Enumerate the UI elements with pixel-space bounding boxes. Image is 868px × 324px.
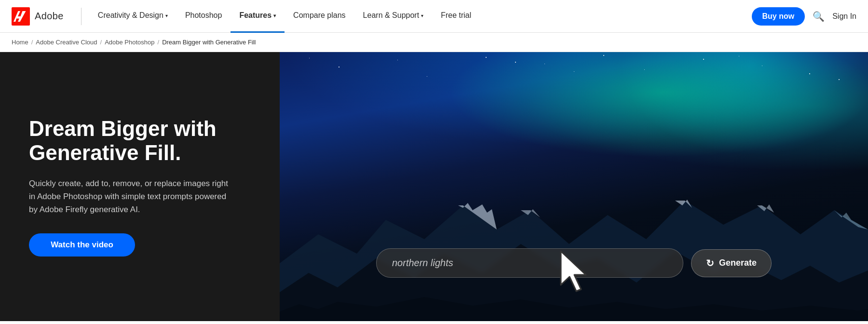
nav-item-free-trial[interactable]: Free trial [432, 0, 480, 33]
star [739, 56, 739, 56]
star [544, 64, 545, 64]
star [839, 79, 840, 80]
hero-right-panel: ↻ Generate [280, 52, 868, 321]
nav-label-learn-support: Learn & Support [363, 11, 420, 20]
buy-now-button[interactable]: Buy now [752, 7, 805, 26]
nav-divider [81, 8, 81, 25]
star [644, 69, 645, 70]
generate-button[interactable]: ↻ Generate [691, 249, 772, 277]
nav-item-creativity-design[interactable]: Creativity & Design ▾ [89, 0, 176, 33]
generate-label: Generate [719, 258, 757, 268]
nav-items-list: Creativity & Design ▾ Photoshop Features… [89, 0, 752, 33]
hero-left-panel: Dream Bigger with Generative Fill. Quick… [0, 52, 280, 321]
stars-layer [280, 52, 868, 148]
star [427, 76, 427, 77]
star [309, 58, 310, 58]
star [339, 67, 339, 68]
generate-sparkle-icon: ↻ [706, 257, 714, 269]
nav-right: Buy now 🔍 Sign In [752, 7, 856, 26]
star [486, 57, 487, 58]
nav-label-compare-plans: Compare plans [293, 11, 346, 20]
sign-in-link[interactable]: Sign In [832, 12, 856, 21]
adobe-wordmark: Adobe [35, 11, 64, 22]
nav-label-free-trial: Free trial [441, 11, 471, 20]
adobe-logo-icon [12, 7, 30, 26]
star [762, 66, 762, 66]
nav-item-photoshop[interactable]: Photoshop [176, 0, 231, 33]
hero-section: Dream Bigger with Generative Fill. Quick… [0, 52, 868, 321]
nav-label-features: Features [239, 11, 271, 20]
breadcrumb-home[interactable]: Home [12, 39, 28, 46]
generative-fill-input[interactable] [376, 248, 683, 278]
chevron-down-icon: ▾ [421, 13, 423, 18]
nav-label-photoshop: Photoshop [185, 11, 222, 20]
star [809, 73, 810, 74]
mountain-silhouette [280, 157, 868, 321]
breadcrumb-current: Dream Bigger with Generative Fill [162, 39, 256, 46]
main-nav: Adobe Creativity & Design ▾ Photoshop Fe… [0, 0, 868, 33]
breadcrumb-separator: / [100, 39, 102, 46]
nav-item-features[interactable]: Features ▾ [231, 0, 285, 33]
breadcrumb-photoshop[interactable]: Adobe Photoshop [105, 39, 154, 46]
star [703, 59, 704, 60]
search-icon[interactable]: 🔍 [813, 11, 825, 22]
breadcrumb-creative-cloud[interactable]: Adobe Creative Cloud [36, 39, 97, 46]
breadcrumb-separator: / [158, 39, 160, 46]
nav-item-learn-support[interactable]: Learn & Support ▾ [354, 0, 433, 33]
star [397, 60, 398, 60]
star [515, 62, 516, 63]
star [603, 55, 604, 56]
nav-item-compare-plans[interactable]: Compare plans [285, 0, 354, 33]
hero-title: Dream Bigger with Generative Fill. [29, 117, 251, 165]
watch-video-button[interactable]: Watch the video [29, 233, 135, 256]
hero-description: Quickly create, add to, remove, or repla… [29, 177, 231, 216]
nav-label-creativity-design: Creativity & Design [98, 11, 163, 20]
generative-fill-overlay: ↻ Generate [376, 248, 772, 278]
chevron-down-icon: ▾ [165, 13, 168, 18]
breadcrumb-separator: / [31, 39, 33, 46]
breadcrumb: Home / Adobe Creative Cloud / Adobe Phot… [0, 33, 868, 52]
star [574, 71, 574, 72]
chevron-down-icon: ▾ [273, 13, 276, 18]
adobe-logo[interactable]: Adobe [12, 7, 64, 26]
